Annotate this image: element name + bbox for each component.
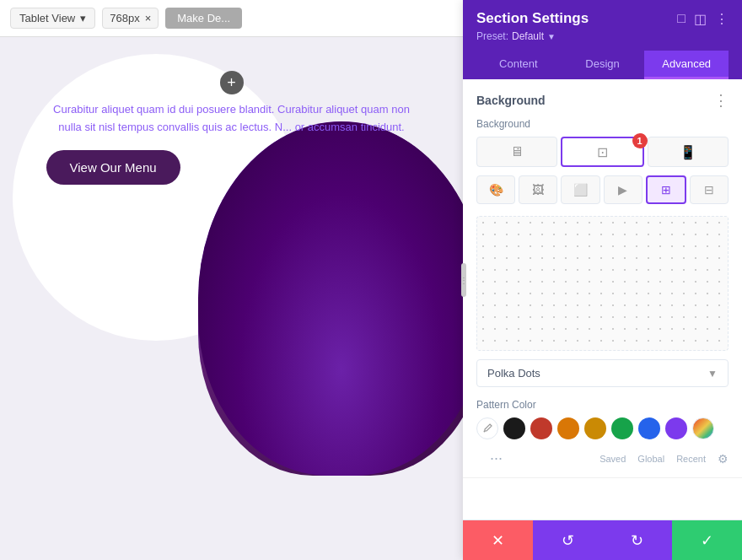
section-text: Curabitur aliquet quam id dui posuere bl… — [30, 101, 434, 137]
pattern-color-label: Pattern Color — [463, 399, 742, 417]
bg-type-video[interactable]: ▶ — [604, 175, 643, 204]
action-bar: ✕ ↺ ↻ ✓ — [463, 520, 742, 560]
panel-drag-handle[interactable]: ⋮ — [461, 263, 466, 297]
bg-options-label: Background — [463, 118, 742, 137]
tab-advanced[interactable]: Advanced — [644, 51, 729, 79]
expand-icon[interactable]: □ — [677, 11, 686, 26]
recent-label[interactable]: Recent — [676, 454, 706, 464]
device-desktop[interactable]: 🖥 — [476, 137, 557, 167]
device-row: 🖥 ⊡ 📱 — [463, 137, 742, 175]
body-text: Curabitur aliquet quam id dui posuere bl… — [46, 101, 417, 137]
canvas-area: Tablet View ▾ 768px × Make De... + Curab… — [0, 0, 463, 560]
global-label[interactable]: Global — [637, 454, 664, 464]
panel-header: Section Settings □ ◫ ⋮ Preset: Default ▼… — [463, 0, 742, 79]
device-tablet[interactable]: ⊡ — [561, 137, 643, 167]
pattern-icon: ⊞ — [661, 183, 671, 197]
top-bar: Tablet View ▾ 768px × Make De... — [0, 0, 463, 37]
swatch-rainbow[interactable] — [692, 417, 714, 439]
px-value: 768px — [110, 12, 139, 24]
background-section-menu[interactable]: ⋮ — [713, 91, 729, 110]
image-icon: 🖼 — [532, 183, 544, 197]
panel-title: Section Settings — [476, 10, 589, 27]
swatch-black[interactable] — [503, 417, 525, 439]
section-container: + Curabitur aliquet quam id dui posuere … — [30, 71, 434, 193]
drag-icon: ⋮ — [460, 276, 468, 285]
px-input[interactable]: 768px × — [102, 8, 159, 29]
gradient-icon: ⬜ — [573, 183, 588, 197]
mobile-icon: 📱 — [680, 144, 696, 160]
background-section-title: Background — [476, 94, 546, 107]
preset-value[interactable]: Default — [512, 30, 544, 42]
bg-type-row: 🎨 🖼 ⬜ ▶ ⊞ ⊟ — [463, 175, 742, 216]
bg-type-paint[interactable]: 🎨 — [476, 175, 515, 204]
cta-row: View Our Menu — [30, 150, 434, 185]
color-swatches — [463, 417, 742, 446]
paint-icon: 🎨 — [489, 183, 503, 197]
bg-type-image[interactable]: 🖼 — [519, 175, 557, 204]
bg-type-gradient[interactable]: ⬜ — [561, 175, 600, 204]
bg-type-mask[interactable]: ⊟ — [690, 175, 729, 204]
view-select-label: Tablet View — [19, 12, 75, 24]
add-section-button[interactable]: + — [220, 71, 244, 94]
preset-row: Preset: Default ▼ — [476, 30, 729, 42]
tab-content[interactable]: Content — [476, 51, 561, 79]
settings-panel: Section Settings □ ◫ ⋮ Preset: Default ▼… — [463, 0, 742, 560]
tab-design[interactable]: Design — [561, 51, 645, 79]
add-button-row: + — [30, 71, 434, 94]
swatch-orange[interactable] — [557, 417, 579, 439]
mask-icon: ⊟ — [704, 183, 714, 197]
video-icon: ▶ — [618, 183, 627, 197]
view-select[interactable]: Tablet View ▾ — [10, 8, 95, 29]
preset-prefix: Preset: — [476, 30, 508, 42]
more-icon[interactable]: ⋮ — [715, 11, 729, 27]
panel-title-row: Section Settings □ ◫ ⋮ — [476, 10, 729, 27]
eyedropper-icon — [481, 423, 493, 434]
view-menu-button[interactable]: View Our Menu — [46, 150, 180, 185]
view-select-chevron: ▾ — [80, 12, 86, 24]
make-default-button[interactable]: Make De... — [165, 8, 242, 29]
saved-label[interactable]: Saved — [600, 454, 626, 464]
tabs-row: Content Design Advanced — [476, 51, 729, 79]
svg-point-0 — [484, 431, 486, 433]
swatch-blue[interactable] — [638, 417, 660, 439]
canvas-content: + Curabitur aliquet quam id dui posuere … — [0, 37, 463, 560]
bg-type-pattern[interactable]: ⊞ — [646, 175, 686, 204]
pattern-value: Polka Dots — [487, 367, 540, 380]
redo-button[interactable]: ↻ — [603, 520, 673, 560]
background-section: Background ⋮ Background 🖥 ⊡ 📱 🎨 — [463, 79, 742, 478]
save-button[interactable]: ✓ — [672, 520, 742, 560]
panel-header-icons: □ ◫ ⋮ — [677, 11, 729, 27]
device-mobile[interactable]: 📱 — [648, 137, 729, 167]
grid-icon[interactable]: ◫ — [694, 11, 707, 27]
swatch-green[interactable] — [611, 417, 633, 439]
tablet-icon: ⊡ — [597, 144, 608, 160]
desktop-icon: 🖥 — [510, 144, 524, 159]
swatch-yellow[interactable] — [584, 417, 606, 439]
reset-button[interactable]: ↺ — [533, 520, 603, 560]
panel-body: Background ⋮ Background 🖥 ⊡ 📱 🎨 — [463, 79, 742, 520]
pattern-preview — [476, 216, 729, 351]
pattern-dropdown[interactable]: Polka Dots ▼ — [476, 359, 729, 387]
cancel-button[interactable]: ✕ — [463, 520, 533, 560]
custom-color-swatch[interactable] — [476, 417, 498, 439]
dropdown-chevron: ▼ — [707, 368, 718, 380]
swatch-settings-icon[interactable]: ⚙ — [718, 452, 729, 466]
preset-chevron[interactable]: ▼ — [547, 32, 556, 41]
px-close-icon[interactable]: × — [145, 12, 152, 24]
swatch-more-button[interactable]: ··· — [476, 450, 516, 467]
swatch-red[interactable] — [530, 417, 552, 439]
swatch-purple[interactable] — [665, 417, 687, 439]
background-section-header: Background ⋮ — [463, 79, 742, 118]
